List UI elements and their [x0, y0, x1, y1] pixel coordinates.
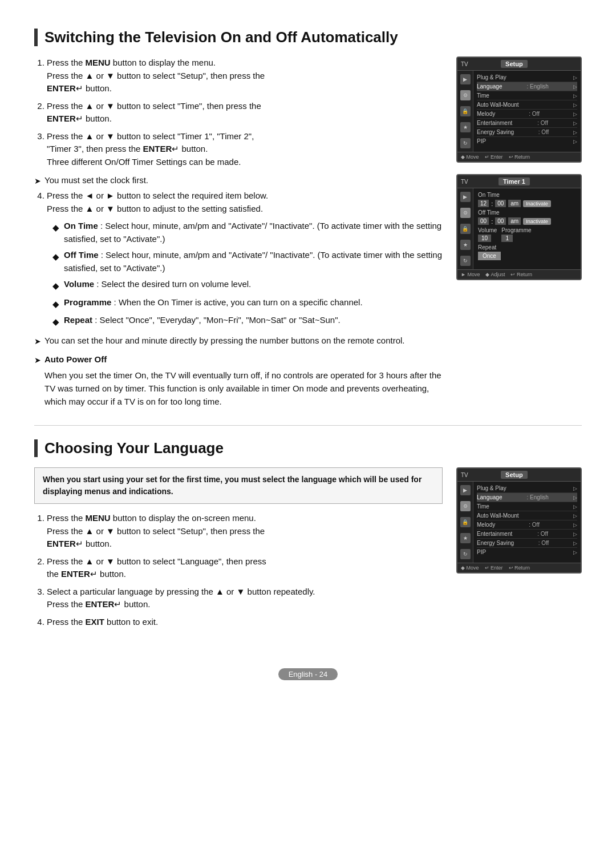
setup-icons-col: ▶ ⚙ 🔒 ★ ↻: [457, 71, 473, 152]
lang-step-2: Press the ▲ or ▼ button to select "Langu…: [47, 555, 443, 581]
timer-panel-header: TV Timer 1: [457, 175, 581, 188]
s2-menu-row-plug: Plug & Play ▷: [477, 484, 577, 493]
menu-row-entertainment: Entertainment : Off ▷: [477, 119, 577, 128]
lang-step-1: Press the MENU button to display the on-…: [47, 512, 443, 551]
auto-power-title: Auto Power Off: [44, 353, 107, 366]
timer-footer-return: ↩ Return: [510, 272, 532, 277]
section2-title: Choosing Your Language: [34, 439, 582, 457]
section2-steps: Press the MENU button to display the on-…: [34, 512, 443, 628]
section2-content: When you start using your set for the fi…: [34, 467, 582, 634]
menu-row-pip: PIP ▷: [477, 137, 577, 146]
setup2-panel-footer: ◆ Move ↵ Enter ↩ Return: [457, 563, 581, 572]
diamond-ontime-text: On Time : Select hour, minute, am/pm and…: [64, 220, 443, 245]
timer-panel: TV Timer 1 ▶ ⚙ 🔒 ★ ↻ On Time 12 :: [456, 174, 582, 280]
off-time-row: 00 : 00 am Inactivate: [478, 217, 551, 225]
diamond-icon-2: ◆: [52, 251, 59, 274]
section2-text-col: When you start using your set for the fi…: [34, 467, 443, 634]
arrow-icon-3: ➤: [34, 354, 41, 366]
timer-panel-title: Timer 1: [499, 177, 530, 185]
diamond-programme: ◆ Programme : When the On Timer is activ…: [47, 296, 443, 311]
setup-panel-header: TV Setup: [457, 58, 581, 71]
volume-label: Volume: [478, 227, 497, 233]
setup-panel-2-body: ▶ ⚙ 🔒 ★ ↻ Plug & Play ▷ Language : Engli…: [457, 482, 581, 563]
setup-panel-2: TV Setup ▶ ⚙ 🔒 ★ ↻ Plug & Play ▷: [456, 467, 582, 574]
setup2-icon-3: 🔒: [460, 517, 471, 527]
tv-icon-2: ⚙: [460, 90, 471, 100]
on-time-label: On Time: [478, 192, 551, 198]
off-time-label: Off Time: [478, 209, 551, 216]
section1-text-col: Press the MENU button to display the men…: [34, 56, 443, 408]
repeat-val: Once: [478, 252, 501, 260]
page-footer: English - 24: [34, 668, 582, 680]
diamond-volume: ◆ Volume : Select the desired turn on vo…: [47, 278, 443, 293]
timer-panel-body: ▶ ⚙ 🔒 ★ ↻ On Time 12 : 00 am Inactivate: [457, 188, 581, 269]
step-2: Press the ▲ or ▼ button to select "Time"…: [47, 100, 443, 126]
diamond-icon-4: ◆: [52, 298, 59, 311]
setup-panel-footer: ◆ Move ↵ Enter ↩ Return: [457, 152, 581, 161]
on-time-m: 00: [495, 200, 506, 207]
section1-panels: TV Setup ▶ ⚙ 🔒 ★ ↻ Plug & Play ▷: [456, 56, 582, 292]
setup-menu-col: Plug & Play ▷ Language : English ▷ Time …: [473, 71, 581, 152]
setup-panel-title: Setup: [501, 60, 528, 68]
timer-footer-move: ► Move: [461, 272, 480, 277]
s2-footer-enter: ↵ Enter: [485, 565, 503, 571]
setup2-icon-5: ↻: [460, 549, 471, 559]
s2-menu-row-pip: PIP ▷: [477, 548, 577, 556]
footer-move: ◆ Move: [461, 154, 479, 160]
tv-icon-1: ▶: [460, 74, 471, 84]
on-time-row: 12 : 00 am Inactivate: [478, 200, 551, 207]
s2-menu-row-time: Time ▷: [477, 502, 577, 511]
timer-panel-footer: ► Move ◆ Adjust ↩ Return: [457, 269, 581, 279]
menu-row-melody: Melody : Off ▷: [477, 110, 577, 119]
setup2-icons-col: ▶ ⚙ 🔒 ★ ↻: [457, 482, 473, 563]
repeat-section: Repeat Once: [478, 244, 551, 260]
diamond-volume-text: Volume : Select the desired turn on volu…: [64, 278, 251, 293]
arrow-icon-2: ➤: [34, 336, 41, 348]
repeat-label: Repeat: [478, 244, 551, 251]
lang-step-4: Press the EXIT button to exit.: [47, 616, 443, 629]
menu-row-language: Language : English ▷: [477, 82, 577, 91]
footer-enter: ↵ Enter: [485, 154, 503, 160]
setup2-icon-2: ⚙: [460, 501, 471, 511]
arrow-item-2: ➤ You can set the hour and minute direct…: [34, 334, 443, 348]
setup2-tv-label: TV: [461, 472, 468, 478]
menu-row-time: Time ▷: [477, 91, 577, 100]
volume-col: Volume 10: [478, 227, 497, 242]
setup-panel-2-header: TV Setup: [457, 469, 581, 482]
programme-col: Programme 1: [501, 227, 531, 242]
step-3: Press the ▲ or ▼ button to select "Timer…: [47, 130, 443, 169]
diamond-icon-5: ◆: [52, 316, 59, 329]
menu-row-energy: Energy Saving : Off ▷: [477, 128, 577, 137]
lang-step-3: Select a particular language by pressing…: [47, 585, 443, 611]
timer-footer-adjust: ◆ Adjust: [485, 272, 505, 277]
setup-panel: TV Setup ▶ ⚙ 🔒 ★ ↻ Plug & Play ▷: [456, 56, 582, 163]
timer-icon-5: ↻: [460, 256, 471, 266]
tv-icon-5: ↻: [460, 138, 471, 148]
vol-prog-row: Volume 10 Programme 1: [478, 227, 551, 242]
s2-menu-row-auto-wall: Auto Wall-Mount ▷: [477, 511, 577, 520]
auto-power-section: ➤ Auto Power Off When you set the timer …: [34, 353, 443, 409]
on-time-btn: Inactivate: [523, 200, 551, 207]
menu-row-plug: Plug & Play ▷: [477, 73, 577, 82]
diamond-repeat-text: Repeat : Select "Once", "Everyday", "Mon…: [64, 314, 341, 329]
programme-val: 1: [501, 235, 513, 242]
arrow-text-1: You must set the clock first.: [44, 174, 148, 187]
timer-icon-3: 🔒: [460, 224, 471, 234]
auto-power-text: When you set the timer On, the TV will e…: [44, 369, 443, 409]
section1-step4-list: Press the ◄ or ► button to select the re…: [34, 189, 443, 329]
section2-panels: TV Setup ▶ ⚙ 🔒 ★ ↻ Plug & Play ▷: [456, 467, 582, 585]
setup-tv-label: TV: [461, 61, 468, 67]
setup2-icon-4: ★: [460, 533, 471, 543]
step-4: Press the ◄ or ► button to select the re…: [47, 189, 443, 329]
s2-menu-row-language: Language : English ▷: [477, 493, 577, 502]
arrow-item-1: ➤ You must set the clock first.: [34, 174, 443, 187]
off-time-m: 00: [495, 217, 506, 225]
timer-tv-label: TV: [461, 179, 468, 185]
diamond-ontime: ◆ On Time : Select hour, minute, am/pm a…: [47, 220, 443, 245]
diamond-offtime: ◆ Off Time : Select hour, minute, am/pm …: [47, 249, 443, 274]
footer-page-label: English - 24: [278, 668, 338, 680]
off-time-ampm: am: [508, 217, 521, 225]
section1-steps: Press the MENU button to display the men…: [34, 56, 443, 168]
on-time-ampm: am: [508, 200, 521, 207]
off-time-h: 00: [478, 217, 489, 225]
